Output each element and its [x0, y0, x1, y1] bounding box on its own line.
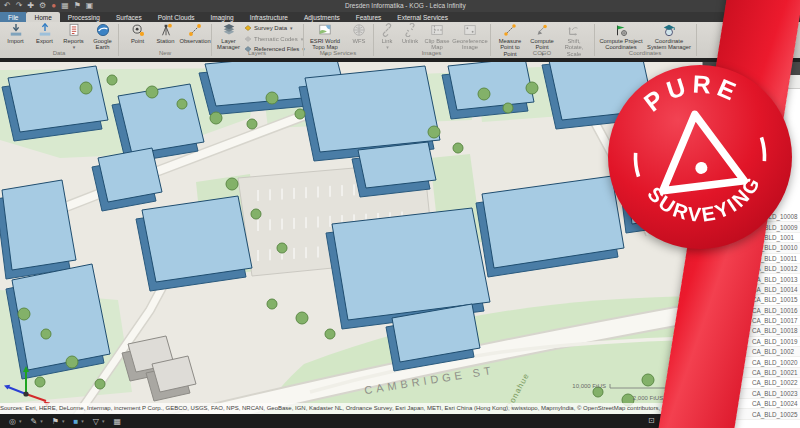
- tab-processing[interactable]: Processing: [60, 12, 108, 22]
- tab-infrastructure[interactable]: Infrastructure: [242, 12, 296, 22]
- map-canvas: CAMBRIDGE ST Donahue 10,000 FtUS 2,000 F…: [0, 62, 702, 428]
- tab-point-clouds[interactable]: Point Clouds: [150, 12, 203, 22]
- gear-icon[interactable]: ⚙: [39, 2, 46, 10]
- wfs-globe-icon: [352, 23, 366, 37]
- row-id-cell: CA_BLD_10025: [752, 411, 798, 418]
- unlink-icon: [403, 23, 417, 37]
- import-icon: [9, 23, 23, 37]
- export-icon: [38, 23, 52, 37]
- filter-icon[interactable]: ▽: [93, 417, 99, 426]
- tab-home[interactable]: Home: [26, 12, 59, 22]
- quick-access-toolbar: ↶ ↷ ✚ ⚙ ● ▦ ⚑ ▣: [4, 0, 93, 12]
- georeference-image-icon: [463, 23, 477, 37]
- group-separator: [594, 24, 595, 56]
- import-button[interactable]: Import: [2, 23, 29, 44]
- grid-icon[interactable]: ▦: [61, 2, 69, 10]
- row-id-cell: CA_BLD_1002: [752, 348, 794, 355]
- record-icon[interactable]: ●: [51, 2, 56, 10]
- flag-icon[interactable]: ⚑: [52, 417, 59, 426]
- tab-adjustments[interactable]: Adjustments: [296, 12, 348, 22]
- unlink-button[interactable]: Unlink: [399, 23, 421, 44]
- link-button[interactable]: Link ▾: [377, 23, 397, 50]
- status-bar: ◎▾ ✎▾ ⚑▾ ■▾ ▽▾ ▦: [0, 414, 702, 428]
- compute-point-icon: [535, 23, 549, 37]
- thematic-codes-item[interactable]: Thematic Codes ▾: [244, 34, 305, 45]
- reports-icon: [67, 23, 81, 37]
- compute-project-coordinates-icon: [614, 23, 628, 37]
- station-button[interactable]: Station: [152, 23, 179, 44]
- window-icon[interactable]: ▣: [86, 2, 94, 10]
- chevron-down-icon[interactable]: ▾: [19, 418, 22, 424]
- tab-imaging[interactable]: Imaging: [203, 12, 242, 22]
- georeference-image-button[interactable]: Georeference Image: [453, 23, 487, 51]
- cube-icon[interactable]: ■: [73, 417, 78, 426]
- google-earth-label: Google Earth: [89, 38, 116, 51]
- google-earth-icon: [96, 23, 110, 37]
- wfs-button[interactable]: WFS: [348, 23, 370, 44]
- chevron-down-icon[interactable]: ▾: [40, 418, 43, 424]
- observation-button[interactable]: Observation: [180, 23, 210, 44]
- snap-icon[interactable]: ◎: [9, 417, 16, 426]
- clip-base-map-label: Clip Base Map: [423, 38, 451, 51]
- point-label: Point: [131, 38, 144, 44]
- layer-manager-icon: [222, 23, 236, 37]
- map-3d-view[interactable]: CAMBRIDGE ST Donahue 10,000 FtUS 2,000 F…: [0, 62, 702, 428]
- scale-label-2: 2,000 FtUS: [633, 395, 663, 401]
- thematic-codes-label: Thematic Codes: [254, 36, 298, 42]
- undo-icon[interactable]: ↶: [4, 2, 11, 10]
- clip-base-map-button[interactable]: Clip Base Map: [423, 23, 451, 51]
- group-separator: [490, 24, 491, 56]
- group-label-new: New: [120, 50, 210, 56]
- group-label-cogo: COGO: [492, 50, 592, 56]
- tab-surfaces[interactable]: Surfaces: [108, 12, 150, 22]
- import-label: Import: [7, 38, 23, 44]
- group-label-data: Data: [2, 50, 116, 56]
- station-icon: [159, 23, 173, 37]
- survey-data-label: Survey Data: [254, 25, 287, 31]
- georeference-image-label: Georeference Image: [452, 38, 487, 51]
- group-label-images: Images: [375, 50, 488, 56]
- title-bar: ↶ ↷ ✚ ⚙ ● ▦ ⚑ ▣ Dresden Informatika - KO…: [0, 0, 800, 12]
- grid-icon[interactable]: ▦: [113, 417, 121, 426]
- chevron-down-icon[interactable]: ▾: [102, 418, 105, 424]
- group-separator: [211, 24, 212, 56]
- export-label: Export: [36, 38, 53, 44]
- row-id-cell: CA_BLD_10015: [752, 296, 798, 303]
- observation-icon: [188, 23, 202, 37]
- coordinate-system-manager-button[interactable]: Coordinate System Manager: [646, 23, 692, 51]
- reports-button[interactable]: Reports ▾: [60, 23, 87, 50]
- layer-manager-button[interactable]: Layer Manager: [215, 23, 242, 51]
- draw-icon[interactable]: ✎: [31, 417, 38, 426]
- coordinate-system-manager-icon: [662, 23, 676, 37]
- layer-manager-label: Layer Manager: [215, 38, 242, 51]
- window-title: Dresden Informatika - KOG - Leica Infini…: [345, 2, 466, 9]
- tab-external-services[interactable]: External Services: [389, 12, 456, 22]
- google-earth-button[interactable]: Google Earth: [89, 23, 116, 51]
- application-window: ↶ ↷ ✚ ⚙ ● ▦ ⚑ ▣ Dresden Informatika - KO…: [0, 0, 800, 428]
- flag-icon[interactable]: ⚑: [74, 2, 81, 10]
- row-id-cell: CA_BLD_10013: [752, 276, 798, 283]
- frame-icon[interactable]: ⊡: [648, 416, 655, 425]
- tab-file[interactable]: File: [0, 12, 26, 22]
- group-label-coordinates: Coordinates: [596, 50, 694, 56]
- row-id-cell: CA_BLD_10017: [752, 317, 798, 324]
- tab-features[interactable]: Features: [348, 12, 390, 22]
- survey-data-icon: [244, 24, 252, 32]
- export-button[interactable]: Export: [31, 23, 58, 44]
- point-icon[interactable]: ✚: [27, 2, 34, 10]
- row-id-cell: CA_BLD_10018: [752, 327, 798, 334]
- compute-project-coordinates-button[interactable]: Compute Project Coordinates: [598, 23, 644, 51]
- measure-point-to-point-icon: [503, 23, 517, 37]
- redo-icon[interactable]: ↷: [16, 2, 23, 10]
- survey-data-item[interactable]: Survey Data ▾: [244, 23, 305, 34]
- chevron-down-icon[interactable]: ▾: [81, 418, 84, 424]
- group-separator: [303, 24, 304, 56]
- chevron-down-icon[interactable]: ▾: [62, 418, 65, 424]
- row-id-cell: CA_BLD_10019: [752, 338, 798, 345]
- esri-map-icon: [318, 23, 332, 37]
- row-id-cell: CA_BLD_10024: [752, 400, 798, 407]
- scale-label-1: 10,000 FtUS: [572, 383, 606, 389]
- point-icon: [131, 23, 145, 37]
- row-id-cell: CA_BLD_10022: [752, 379, 798, 386]
- point-button[interactable]: Point: [124, 23, 151, 44]
